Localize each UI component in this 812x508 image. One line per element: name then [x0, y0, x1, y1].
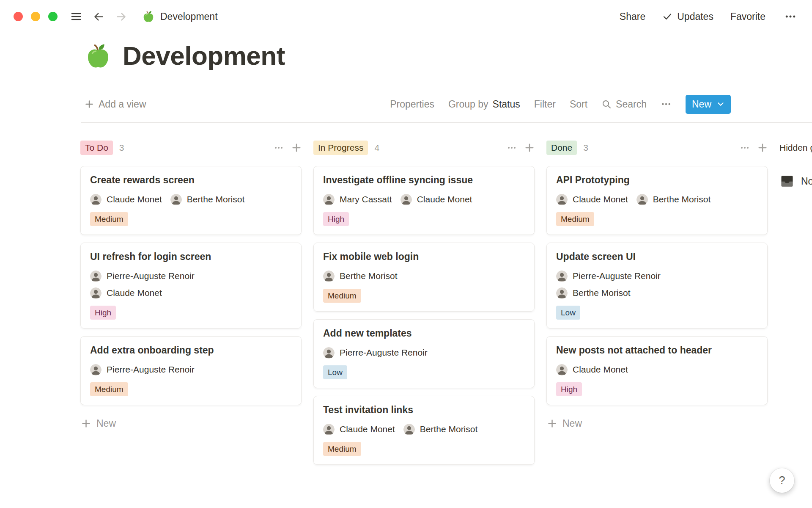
card[interactable]: Create rewards screen Claude Monet Berth… [80, 166, 302, 235]
card[interactable]: API Prototyping Claude Monet Berthe Mori… [546, 166, 768, 235]
card-title: Add new templates [323, 327, 525, 340]
priority-row: Low [323, 365, 525, 379]
updates-button[interactable]: Updates [662, 11, 713, 22]
card[interactable]: Investigate offline syncing issue Mary C… [313, 166, 535, 235]
card-title: Fix mobile web login [323, 251, 525, 263]
assignee: Berthe Morisot [556, 287, 631, 299]
assignee: Berthe Morisot [403, 424, 478, 435]
group-by-button[interactable]: Group by Status [448, 99, 520, 110]
card-title: New posts not attached to header [556, 344, 758, 357]
sort-button[interactable]: Sort [570, 99, 587, 110]
card[interactable]: Add extra onboarding step Pierre-Auguste… [80, 336, 302, 405]
avatar-icon [636, 194, 648, 205]
avatar-icon [556, 287, 568, 299]
avatar-icon [323, 424, 335, 435]
chevron-down-icon [717, 100, 724, 108]
column-in-progress: In Progress 4 Investigate offline syncin… [313, 141, 535, 465]
search-button[interactable]: Search [601, 99, 647, 110]
sidebar-menu-button[interactable] [69, 9, 84, 24]
card-list: Create rewards screen Claude Monet Berth… [80, 166, 302, 405]
group-label[interactable]: In Progress [313, 141, 368, 155]
group-add-card-button[interactable] [524, 143, 535, 153]
priority-tag: Medium [323, 442, 361, 456]
group-more-button[interactable] [507, 143, 517, 153]
hidden-group-no-status[interactable]: No Status [779, 174, 812, 189]
add-card-button[interactable]: New [546, 416, 583, 431]
forward-button[interactable] [114, 9, 129, 24]
close-window-button[interactable] [14, 12, 23, 21]
card[interactable]: UI refresh for login screen Pierre-Augus… [80, 243, 302, 329]
view-toolbar: Add a view Properties Group by Status Fi… [0, 94, 812, 114]
assignee-name: Pierre-Auguste Renoir [573, 271, 661, 281]
card[interactable]: New posts not attached to header Claude … [546, 336, 768, 405]
avatar-icon [556, 194, 568, 205]
hidden-groups-label[interactable]: Hidden groups [779, 141, 812, 155]
card[interactable]: Add new templates Pierre-Auguste Renoir … [313, 319, 535, 388]
add-view-button[interactable]: Add a view [85, 99, 146, 110]
ellipsis-icon [274, 143, 284, 153]
page-title: Development [123, 41, 285, 71]
assignee: Claude Monet [90, 287, 162, 299]
ellipsis-icon [740, 143, 750, 153]
back-button[interactable] [91, 9, 106, 24]
card-title: Investigate offline syncing issue [323, 174, 525, 187]
priority-row: Medium [323, 442, 525, 456]
ellipsis-icon [661, 99, 672, 110]
assignee: Claude Monet [401, 194, 472, 205]
avatar-icon [556, 271, 568, 282]
priority-tag: High [556, 382, 582, 396]
avatar-icon [90, 287, 102, 299]
breadcrumb[interactable]: Development [142, 10, 218, 23]
arrow-left-icon [93, 11, 104, 22]
group-by-label: Group by [448, 99, 488, 110]
zoom-window-button[interactable] [48, 12, 58, 21]
group-more-button[interactable] [740, 143, 750, 153]
properties-button[interactable]: Properties [390, 99, 434, 110]
group-more-button[interactable] [274, 143, 284, 153]
traffic-lights [14, 12, 58, 21]
breadcrumb-title: Development [160, 11, 218, 22]
card-list: Investigate offline syncing issue Mary C… [313, 166, 535, 465]
group-add-card-button[interactable] [757, 143, 768, 153]
group-label[interactable]: To Do [80, 141, 113, 155]
assignee-name: Pierre-Auguste Renoir [340, 348, 428, 358]
card-title: Test invitation links [323, 404, 525, 417]
column-actions [274, 143, 302, 153]
share-button[interactable]: Share [620, 11, 645, 22]
plus-icon [81, 419, 91, 428]
favorite-button[interactable]: Favorite [730, 11, 765, 22]
help-button[interactable]: ? [770, 468, 794, 493]
assignee: Pierre-Auguste Renoir [556, 271, 661, 282]
page-header: Development [85, 41, 812, 71]
assignee: Pierre-Auguste Renoir [323, 347, 428, 359]
column-actions [507, 143, 535, 153]
card[interactable]: Fix mobile web login Berthe Morisot Medi… [313, 243, 535, 312]
card[interactable]: Update screen UI Pierre-Auguste Renoir B… [546, 243, 768, 329]
card-title: API Prototyping [556, 174, 758, 187]
card-list: API Prototyping Claude Monet Berthe Mori… [546, 166, 768, 405]
assignee: Claude Monet [556, 364, 628, 375]
column-actions [740, 143, 768, 153]
page-icon[interactable] [85, 42, 112, 69]
filter-button[interactable]: Filter [534, 99, 556, 110]
avatar-icon [556, 364, 568, 375]
plus-icon [524, 143, 535, 153]
assignee: Berthe Morisot [170, 194, 245, 205]
priority-tag: Low [556, 306, 580, 320]
group-add-card-button[interactable] [291, 143, 302, 153]
add-card-button[interactable]: New [80, 416, 117, 431]
priority-row: High [323, 212, 525, 226]
priority-row: Medium [90, 382, 292, 396]
new-button[interactable]: New [686, 95, 731, 114]
more-options-button[interactable] [782, 8, 798, 25]
priority-tag: Medium [90, 212, 128, 226]
priority-row: High [90, 306, 292, 320]
card[interactable]: Test invitation links Claude Monet Berth… [313, 396, 535, 465]
minimize-window-button[interactable] [31, 12, 40, 21]
assignee-row: Pierre-Auguste Renoir [90, 271, 292, 282]
group-label[interactable]: Done [546, 141, 577, 155]
assignee-name: Pierre-Auguste Renoir [107, 271, 195, 281]
assignee-name: Berthe Morisot [653, 194, 711, 204]
view-more-button[interactable] [661, 99, 672, 110]
assignee: Claude Monet [556, 194, 628, 205]
